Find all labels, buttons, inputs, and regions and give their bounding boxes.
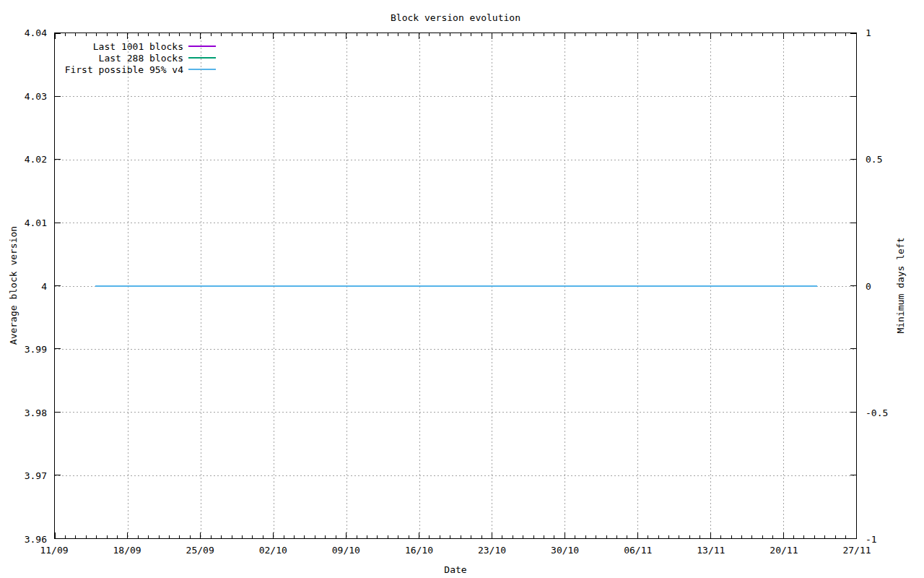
x-minor-tick [65, 33, 66, 36]
x-major-tick [637, 532, 638, 538]
y-tick [55, 538, 61, 539]
gridline-horizontal [55, 160, 856, 160]
x-minor-tick [450, 535, 450, 538]
x-minor-tick [793, 33, 794, 36]
x-minor-tick [461, 535, 461, 538]
x-minor-tick [325, 535, 326, 538]
gridline-horizontal [55, 412, 856, 413]
x-major-tick [565, 532, 565, 538]
x-minor-tick [575, 33, 575, 36]
x-minor-tick [179, 33, 180, 36]
x-minor-tick [294, 33, 295, 36]
legend-line-sample-last-288-blocks [188, 57, 216, 59]
x-minor-tick [481, 535, 482, 538]
y-tick [850, 285, 856, 286]
chart-title: Block version evolution [54, 12, 857, 23]
x-minor-tick [835, 535, 836, 538]
legend: Last 1001 blocksLast 288 blocksFirst pos… [55, 40, 216, 75]
x-minor-tick [377, 33, 378, 36]
x-minor-tick [86, 33, 87, 36]
x-major-tick [200, 532, 201, 538]
x-minor-tick [357, 33, 357, 36]
y-tick [55, 96, 61, 97]
x-major-tick [200, 33, 201, 39]
x-minor-tick [211, 535, 212, 538]
x-minor-tick [544, 33, 544, 36]
y-tick [850, 348, 856, 349]
y-tick [55, 159, 61, 160]
x-minor-tick [596, 535, 596, 538]
x-minor-tick [252, 33, 253, 36]
x-tick-label: 16/10 [405, 545, 433, 556]
x-minor-tick [658, 33, 659, 36]
x-minor-tick [793, 535, 794, 538]
y-left-tick-label: 3.97 [25, 470, 47, 481]
x-major-tick [783, 532, 784, 538]
x-minor-tick [440, 33, 440, 36]
y-tick [55, 412, 61, 413]
x-tick-label: 20/11 [770, 545, 798, 556]
y-tick [55, 475, 61, 475]
x-minor-tick [544, 535, 544, 538]
x-minor-tick [772, 535, 773, 538]
x-minor-tick [294, 535, 295, 538]
x-minor-tick [606, 535, 607, 538]
x-minor-tick [689, 33, 690, 36]
x-minor-tick [554, 535, 554, 538]
gridline-horizontal [55, 475, 856, 476]
x-minor-tick [221, 33, 222, 36]
y-right-tick-label: -1 [866, 534, 877, 545]
x-minor-tick [190, 33, 191, 36]
x-minor-tick [409, 535, 409, 538]
y-axis-right-label: Minimum days left [895, 237, 906, 333]
y-right-tick-label: 0 [866, 280, 871, 291]
x-minor-tick [668, 535, 669, 538]
x-minor-tick [741, 535, 742, 538]
y-tick [55, 33, 61, 34]
x-minor-tick [741, 33, 742, 36]
x-minor-tick [263, 535, 263, 538]
x-minor-tick [117, 33, 118, 36]
x-major-tick [273, 33, 274, 39]
legend-row: First possible 95% v4 [55, 64, 216, 75]
x-minor-tick [845, 33, 846, 36]
y-left-tick-label: 4 [41, 280, 47, 291]
plot-area: Last 1001 blocksLast 288 blocksFirst pos… [54, 33, 857, 539]
x-minor-tick [211, 33, 212, 36]
x-minor-tick [148, 535, 149, 538]
x-minor-tick [814, 33, 815, 36]
x-major-tick [565, 33, 565, 39]
x-minor-tick [284, 535, 284, 538]
x-minor-tick [304, 535, 305, 538]
x-major-tick [127, 33, 128, 39]
x-minor-tick [179, 535, 180, 538]
x-minor-tick [751, 535, 752, 538]
x-minor-tick [138, 33, 139, 36]
x-minor-tick [627, 535, 627, 538]
x-major-tick [419, 33, 419, 39]
x-minor-tick [461, 33, 461, 36]
x-minor-tick [357, 535, 357, 538]
x-minor-tick [720, 535, 721, 538]
y-left-tick-label: 3.96 [25, 534, 47, 545]
x-minor-tick [824, 535, 825, 538]
x-minor-tick [367, 33, 367, 36]
x-minor-tick [169, 33, 170, 36]
x-minor-tick [523, 535, 523, 538]
x-minor-tick [75, 33, 76, 36]
x-tick-label: 13/11 [697, 545, 725, 556]
y-tick [850, 538, 856, 539]
x-minor-tick [429, 33, 430, 36]
x-tick-label: 18/09 [113, 545, 141, 556]
gridline-horizontal [55, 223, 856, 223]
y-tick [850, 96, 856, 97]
x-minor-tick [263, 33, 263, 36]
x-minor-tick [221, 535, 222, 538]
x-minor-tick [845, 535, 846, 538]
x-tick-label: 27/11 [842, 545, 871, 556]
x-minor-tick [523, 33, 523, 36]
x-minor-tick [169, 535, 170, 538]
x-minor-tick [409, 33, 409, 36]
x-minor-tick [762, 33, 763, 36]
x-minor-tick [284, 33, 284, 36]
